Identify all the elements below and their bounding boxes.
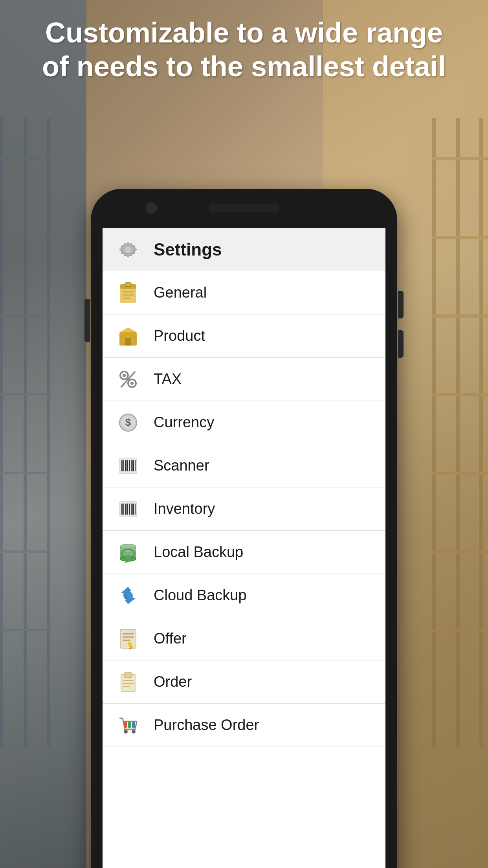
svg-rect-41 (123, 460, 124, 471)
svg-rect-56 (135, 504, 136, 515)
tax-icon (114, 366, 142, 393)
svg-rect-5 (0, 314, 51, 317)
volume-up-button[interactable] (398, 291, 404, 318)
headline: Customizable to a wide range of needs to… (0, 16, 488, 84)
menu-item-product[interactable]: Product (103, 314, 385, 358)
svg-rect-65 (123, 640, 130, 641)
svg-rect-62 (120, 629, 136, 648)
svg-rect-1 (24, 118, 27, 747)
svg-rect-2 (47, 118, 50, 747)
menu-item-scanner[interactable]: Scanner (103, 444, 385, 487)
settings-list: Settings (103, 228, 385, 868)
svg-rect-46 (132, 460, 134, 471)
cloud-backup-label: Cloud Backup (154, 587, 247, 604)
svg-rect-51 (125, 504, 127, 515)
offer-icon (114, 625, 142, 653)
general-label: General (154, 284, 207, 301)
local-backup-icon (114, 539, 142, 566)
svg-text:$: $ (125, 416, 131, 428)
purchase-order-icon (114, 712, 142, 739)
phone-top-bar (91, 189, 397, 228)
order-label: Order (154, 673, 192, 690)
svg-rect-75 (132, 722, 135, 728)
menu-item-local-backup[interactable]: Local Backup (103, 531, 385, 574)
svg-rect-42 (125, 460, 127, 471)
phone-screen: Settings (103, 228, 385, 868)
svg-rect-64 (123, 636, 134, 638)
order-icon (114, 668, 142, 696)
svg-rect-40 (121, 460, 123, 471)
svg-rect-3 (0, 157, 51, 160)
svg-rect-13 (432, 157, 488, 160)
svg-point-32 (123, 374, 126, 377)
menu-item-order[interactable]: Order (103, 660, 385, 704)
menu-item-general[interactable]: General (103, 271, 385, 314)
offer-label: Offer (154, 630, 187, 647)
svg-rect-43 (127, 460, 128, 471)
svg-rect-25 (123, 291, 134, 292)
svg-rect-10 (432, 118, 436, 747)
svg-point-77 (132, 730, 136, 734)
menu-item-inventory[interactable]: Inventory (103, 487, 385, 531)
svg-point-76 (124, 730, 128, 734)
svg-rect-72 (123, 686, 130, 687)
svg-rect-15 (432, 314, 488, 318)
scanner-icon (114, 452, 142, 480)
power-button[interactable] (84, 299, 90, 342)
tax-label: TAX (154, 371, 182, 388)
currency-icon: $ (114, 409, 142, 436)
headline-line2: of needs to the smallest detail (31, 50, 457, 83)
svg-marker-29 (119, 327, 137, 332)
currency-label: Currency (154, 414, 214, 431)
svg-rect-7 (0, 472, 51, 474)
svg-rect-16 (432, 393, 488, 396)
svg-rect-54 (131, 504, 132, 515)
local-backup-label: Local Backup (154, 544, 243, 561)
svg-rect-17 (432, 472, 488, 475)
svg-rect-73 (124, 722, 127, 728)
svg-rect-63 (123, 633, 134, 634)
svg-rect-47 (135, 460, 136, 471)
purchase-order-label: Purchase Order (154, 717, 259, 734)
menu-item-tax[interactable]: TAX (103, 358, 385, 401)
headline-line1: Customizable to a wide range (31, 16, 457, 50)
svg-rect-55 (132, 504, 134, 515)
svg-rect-71 (123, 683, 134, 684)
menu-item-purchase-order[interactable]: Purchase Order (103, 704, 385, 747)
svg-rect-70 (123, 680, 134, 681)
svg-rect-49 (121, 504, 123, 515)
svg-point-34 (130, 382, 134, 385)
menu-item-cloud-backup[interactable]: Cloud Backup (103, 574, 385, 617)
general-icon (114, 279, 142, 307)
svg-rect-45 (131, 460, 132, 471)
svg-rect-26 (123, 294, 134, 296)
svg-rect-11 (456, 118, 460, 747)
camera (146, 202, 157, 213)
svg-rect-52 (127, 504, 128, 515)
svg-rect-0 (0, 118, 3, 747)
svg-point-21 (125, 246, 132, 253)
svg-rect-4 (0, 236, 51, 238)
svg-rect-12 (479, 118, 483, 747)
svg-rect-44 (129, 460, 130, 471)
inventory-icon (114, 495, 142, 523)
svg-rect-14 (432, 236, 488, 239)
svg-rect-8 (0, 550, 51, 553)
menu-item-offer[interactable]: Offer (103, 617, 385, 660)
svg-rect-9 (0, 629, 51, 631)
menu-item-currency[interactable]: $ Currency (103, 401, 385, 444)
svg-rect-30 (125, 338, 131, 346)
inventory-label: Inventory (154, 500, 215, 517)
svg-rect-24 (125, 283, 131, 287)
svg-rect-74 (128, 722, 131, 728)
settings-icon (114, 236, 142, 263)
product-label: Product (154, 327, 205, 344)
volume-down-button[interactable] (398, 330, 404, 358)
speaker (209, 204, 279, 212)
settings-title: Settings (154, 240, 222, 259)
svg-rect-53 (129, 504, 130, 515)
svg-rect-50 (123, 504, 124, 515)
svg-rect-27 (123, 298, 130, 299)
svg-rect-69 (124, 673, 132, 677)
scanner-label: Scanner (154, 457, 209, 474)
